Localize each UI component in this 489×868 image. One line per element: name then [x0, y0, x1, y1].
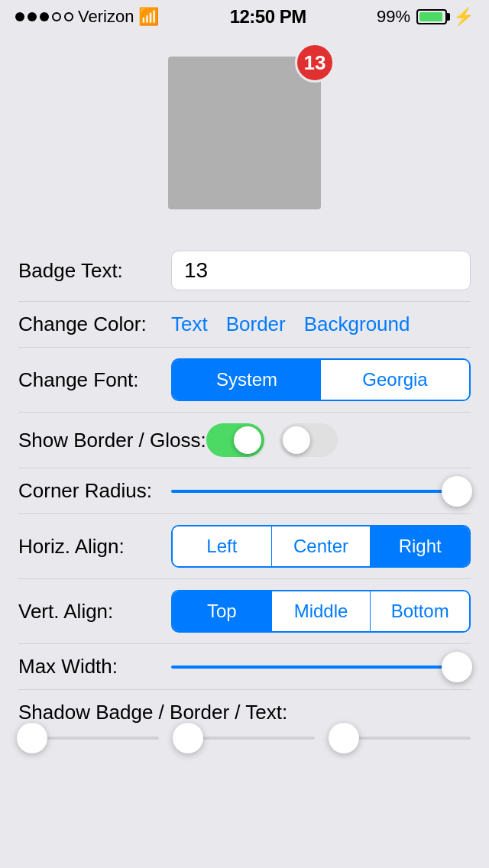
max-width-label: Max Width: — [18, 655, 171, 679]
max-width-slider[interactable] — [171, 666, 471, 669]
wifi-icon: 📶 — [138, 7, 159, 27]
horiz-left-button[interactable]: Left — [173, 526, 272, 566]
change-color-label: Change Color: — [18, 313, 171, 336]
corner-radius-slider[interactable] — [171, 490, 471, 493]
change-font-row: Change Font: System Georgia — [18, 348, 471, 413]
shadow-sliders-group — [18, 737, 471, 755]
signal-dot-5 — [64, 12, 73, 21]
shadow-text-track — [330, 737, 471, 740]
battery-container — [416, 9, 447, 24]
badge-text-input[interactable] — [171, 251, 471, 290]
change-color-row: Change Color: Text Border Background — [18, 302, 471, 348]
color-background-link[interactable]: Background — [304, 313, 410, 336]
vert-bottom-button[interactable]: Bottom — [371, 591, 469, 631]
corner-radius-row: Corner Radius: — [18, 468, 471, 514]
corner-radius-thumb[interactable] — [442, 476, 472, 507]
status-left: Verizon 📶 — [15, 7, 159, 27]
color-links-group: Text Border Background — [171, 313, 471, 336]
shadow-text-slider[interactable] — [330, 737, 471, 740]
charging-icon: ⚡ — [453, 7, 474, 27]
horiz-align-control: Left Center Right — [171, 525, 471, 568]
shadow-badge-track — [18, 737, 159, 740]
horiz-align-row: Horiz. Align: Left Center Right — [18, 514, 471, 579]
show-border-label: Show Border / Gloss: — [18, 429, 206, 452]
gloss-toggle-thumb — [283, 426, 310, 454]
signal-dot-4 — [52, 12, 61, 21]
corner-radius-track — [171, 490, 471, 493]
shadow-label: Shadow Badge / Border / Text: — [18, 701, 471, 737]
change-font-label: Change Font: — [18, 368, 171, 392]
show-border-row: Show Border / Gloss: — [18, 413, 471, 468]
vert-top-button[interactable]: Top — [173, 591, 272, 631]
badge-bubble: 13 — [295, 43, 335, 83]
max-width-row: Max Width: — [18, 644, 471, 690]
toggle-area — [206, 423, 471, 457]
font-system-button[interactable]: System — [173, 360, 321, 400]
gloss-toggle[interactable] — [280, 423, 338, 457]
preview-image — [168, 57, 321, 209]
color-border-link[interactable]: Border — [226, 313, 286, 336]
badge-text-label: Badge Text: — [18, 259, 171, 283]
carrier-label: Verizon — [78, 7, 134, 27]
badge-text-row: Badge Text: — [18, 240, 471, 302]
shadow-text-thumb[interactable] — [329, 723, 359, 753]
shadow-badge-thumb[interactable] — [17, 723, 47, 753]
status-bar: Verizon 📶 12:50 PM 99% ⚡ — [0, 0, 489, 34]
horiz-center-button[interactable]: Center — [272, 526, 371, 566]
font-georgia-button[interactable]: Georgia — [321, 360, 469, 400]
battery-icon — [416, 9, 447, 24]
shadow-border-thumb[interactable] — [173, 723, 203, 753]
font-segmented-control: System Georgia — [171, 358, 471, 401]
battery-fill — [419, 12, 442, 21]
battery-percent: 99% — [377, 7, 410, 27]
corner-radius-label: Corner Radius: — [18, 479, 171, 503]
color-text-link[interactable]: Text — [171, 313, 208, 336]
shadow-badge-slider[interactable] — [18, 737, 159, 740]
max-width-track — [171, 666, 471, 669]
max-width-thumb[interactable] — [442, 652, 472, 682]
badge-number: 13 — [304, 51, 326, 75]
vert-align-label: Vert. Align: — [18, 600, 171, 623]
shadow-section: Shadow Badge / Border / Text: — [18, 690, 471, 755]
signal-strength — [15, 12, 73, 21]
signal-dot-2 — [28, 12, 37, 21]
signal-dot-3 — [40, 12, 49, 21]
vert-align-row: Vert. Align: Top Middle Bottom — [18, 579, 471, 644]
border-toggle-thumb — [234, 426, 261, 454]
badge-preview-container: 13 — [168, 57, 321, 209]
clock: 12:50 PM — [230, 6, 306, 28]
horiz-align-label: Horiz. Align: — [18, 535, 171, 559]
status-right: 99% ⚡ — [377, 7, 474, 27]
vert-middle-button[interactable]: Middle — [272, 591, 371, 631]
signal-dot-1 — [15, 12, 24, 21]
horiz-right-button[interactable]: Right — [371, 526, 469, 566]
shadow-border-slider[interactable] — [174, 737, 315, 740]
vert-align-control: Top Middle Bottom — [171, 590, 471, 633]
controls-panel: Badge Text: Change Color: Text Border Ba… — [0, 240, 489, 755]
shadow-border-track — [174, 737, 315, 740]
border-toggle[interactable] — [206, 423, 264, 457]
preview-area: 13 — [0, 34, 489, 240]
